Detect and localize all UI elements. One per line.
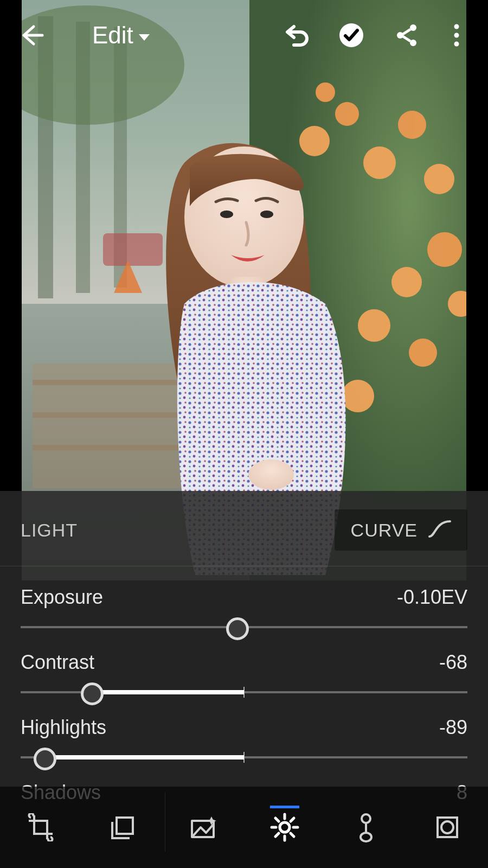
slider-thumb[interactable] <box>226 617 249 640</box>
svg-point-28 <box>316 82 335 102</box>
mode-selector[interactable]: Edit <box>92 22 150 49</box>
tool-crop[interactable] <box>25 812 56 843</box>
svg-point-24 <box>391 267 422 297</box>
svg-point-27 <box>342 380 374 412</box>
undo-button[interactable] <box>280 19 312 52</box>
tool-color[interactable] <box>351 812 381 843</box>
slider-label: Exposure <box>21 586 103 609</box>
svg-point-31 <box>220 210 233 218</box>
active-indicator <box>270 806 299 808</box>
svg-point-39 <box>454 24 459 29</box>
chevron-down-icon <box>139 34 150 41</box>
slider-value: -0.10EV <box>397 586 467 609</box>
svg-point-32 <box>260 210 273 218</box>
slider-label: Contrast <box>21 651 94 674</box>
panel-header: LIGHT CURVE <box>0 491 488 566</box>
slider-track[interactable] <box>21 681 467 706</box>
svg-point-44 <box>280 822 290 832</box>
light-panel: LIGHT CURVE Exposure -0.10EV <box>0 491 488 787</box>
top-bar: Edit <box>0 11 488 60</box>
slider-thumb[interactable] <box>34 748 56 770</box>
tool-effects[interactable] <box>432 812 463 843</box>
sliders-list: Exposure -0.10EV Contrast -68 <box>0 566 488 812</box>
svg-point-38 <box>410 40 416 46</box>
svg-point-46 <box>361 833 371 841</box>
overflow-menu-button[interactable] <box>440 19 473 52</box>
slider-track[interactable] <box>21 746 467 771</box>
mode-label: Edit <box>92 22 133 49</box>
curve-label: CURVE <box>351 520 418 541</box>
svg-point-34 <box>248 459 294 490</box>
svg-point-40 <box>454 33 459 38</box>
slider-contrast: Contrast -68 <box>21 641 467 706</box>
tool-presets[interactable] <box>107 812 137 843</box>
svg-rect-15 <box>103 233 163 266</box>
slider-highlights: Highlights -89 <box>21 706 467 771</box>
panel-title: LIGHT <box>21 520 78 541</box>
svg-point-23 <box>427 232 462 267</box>
app-screen: Edit LIGHT CURVE <box>0 0 488 868</box>
slider-exposure: Exposure -0.10EV <box>21 576 467 641</box>
slider-value: -68 <box>439 651 467 674</box>
curve-button[interactable]: CURVE <box>335 509 467 551</box>
slider-value: -89 <box>439 716 467 739</box>
svg-point-26 <box>409 339 437 367</box>
svg-point-45 <box>362 814 370 823</box>
svg-point-22 <box>424 164 454 194</box>
back-button[interactable] <box>15 19 48 52</box>
svg-point-48 <box>441 821 453 833</box>
svg-point-19 <box>335 102 359 126</box>
svg-point-20 <box>363 146 396 179</box>
svg-point-36 <box>410 24 416 31</box>
svg-rect-42 <box>117 818 133 834</box>
slider-label: Highlights <box>21 716 106 739</box>
svg-point-21 <box>398 111 426 139</box>
slider-thumb[interactable] <box>81 682 104 705</box>
slider-track[interactable] <box>21 616 467 641</box>
tool-light[interactable] <box>269 812 300 843</box>
confirm-button[interactable] <box>335 19 368 52</box>
svg-point-41 <box>454 42 459 47</box>
svg-point-18 <box>299 126 330 156</box>
svg-point-25 <box>358 309 390 342</box>
tool-auto[interactable] <box>188 812 219 843</box>
bottom-toolbar <box>0 787 488 868</box>
share-button[interactable] <box>390 19 423 52</box>
curve-icon <box>428 519 451 541</box>
